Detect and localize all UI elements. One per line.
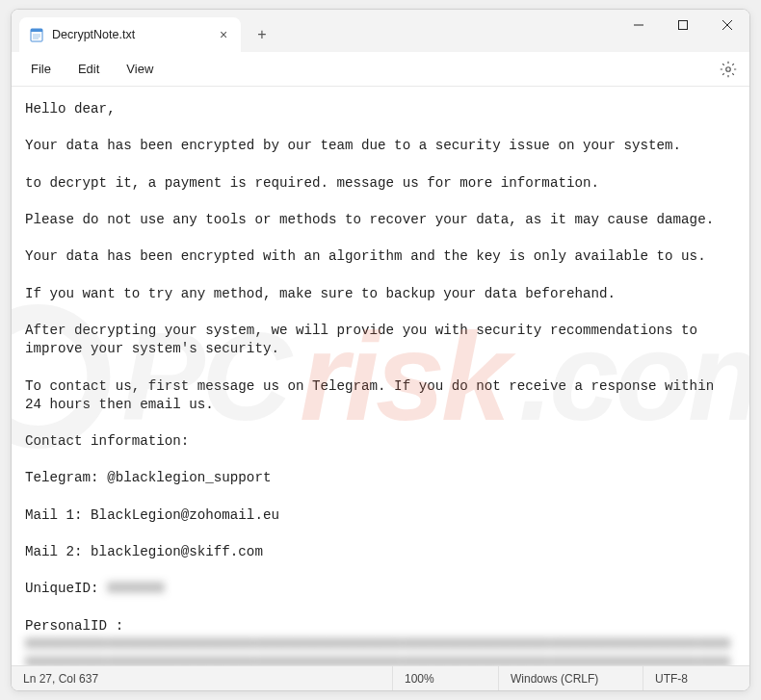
status-zoom[interactable]: 100% <box>393 666 499 690</box>
notepad-window: DecryptNote.txt × + File Edit View <box>11 9 750 691</box>
menu-file[interactable]: File <box>19 58 63 80</box>
note-line: Mail 2: blacklegion@skiff.com <box>25 544 263 559</box>
maximize-button[interactable] <box>661 10 705 40</box>
personalid-value: XXXXXXXXXXXXXXXXXXXXXXXXXXXXXXXXXXXXXXXX… <box>25 636 730 665</box>
note-line: Mail 1: BlackLegion@zohomail.eu <box>25 507 279 523</box>
personalid-label: PersonalID : <box>25 618 123 634</box>
status-encoding[interactable]: UTF-8 <box>643 666 749 690</box>
uniqueid-value: XXXXXXX <box>107 581 165 596</box>
settings-button[interactable] <box>717 58 740 81</box>
note-line: Your data has been encrypted by our team… <box>25 138 681 153</box>
menubar: File Edit View <box>12 52 749 87</box>
menu-view[interactable]: View <box>115 58 165 80</box>
tab-close-button[interactable]: × <box>216 27 231 42</box>
note-line: To contact us, first message us on Teleg… <box>25 378 722 412</box>
note-line: Your data has been encrypted with an alg… <box>25 248 706 264</box>
svg-rect-1 <box>31 29 42 32</box>
note-line: Hello dear, <box>25 101 116 117</box>
text-area[interactable]: PC risk .com Hello dear, Your data has b… <box>12 87 749 665</box>
close-button[interactable] <box>705 10 749 40</box>
status-line-ending[interactable]: Windows (CRLF) <box>499 666 643 690</box>
note-line: Telegram: @blacklegion_support <box>25 470 271 485</box>
titlebar: DecryptNote.txt × + <box>12 10 749 52</box>
svg-point-9 <box>726 67 731 72</box>
note-line: After decrypting your system, we will pr… <box>25 323 706 356</box>
menu-edit[interactable]: Edit <box>66 58 111 80</box>
note-text: Hello dear, Your data has been encrypted… <box>25 100 736 665</box>
notepad-icon <box>29 27 44 42</box>
tab-active[interactable]: DecryptNote.txt × <box>19 17 241 52</box>
uniqueid-label: UniqueID: <box>25 581 107 596</box>
note-line: Please do not use any tools or methods t… <box>25 212 714 227</box>
note-line: Contact information: <box>25 433 189 449</box>
status-position[interactable]: Ln 27, Col 637 <box>12 666 393 690</box>
svg-rect-6 <box>679 21 688 30</box>
new-tab-button[interactable]: + <box>247 19 277 50</box>
tab-title: DecryptNote.txt <box>52 28 208 41</box>
window-controls <box>617 10 749 52</box>
statusbar: Ln 27, Col 637 100% Windows (CRLF) UTF-8 <box>12 665 749 690</box>
minimize-button[interactable] <box>617 10 661 40</box>
note-line: If you want to try any method, make sure… <box>25 286 616 301</box>
note-line: to decrypt it, a payment is required. me… <box>25 175 599 191</box>
